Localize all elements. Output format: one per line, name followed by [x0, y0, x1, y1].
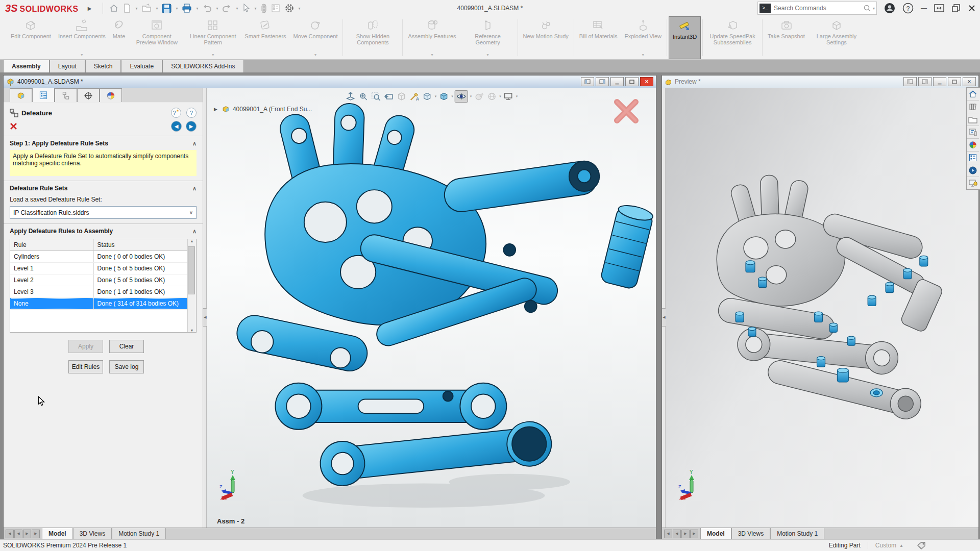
new-document-caret[interactable]: ▾	[135, 6, 137, 11]
ribbon-button-update-speedpak[interactable]: Update SpeedPak Subassemblies	[704, 16, 761, 59]
zoom-to-area-button[interactable]	[358, 91, 369, 102]
whats-new-help-button[interactable]: ?✶	[171, 108, 181, 118]
save-button[interactable]	[160, 2, 173, 15]
ribbon-button-exploded-view[interactable]: Exploded View▾	[621, 16, 665, 59]
column-header-status[interactable]: Status	[94, 239, 188, 251]
undo-button[interactable]	[201, 3, 213, 14]
document-titlebar[interactable]: 40099001_A.SLDASM * ▁ ✕	[4, 76, 656, 88]
move-component-caret[interactable]: ▾	[314, 52, 316, 58]
ribbon-button-take-snapshot[interactable]: Take Snapshot	[764, 16, 808, 59]
select-button[interactable]	[240, 2, 252, 14]
table-row-selected[interactable]: None Done ( 314 of 314 bodies OK)	[10, 298, 188, 310]
taskpane-home-button[interactable]	[967, 88, 979, 101]
apply-scene-caret[interactable]: ▾	[499, 94, 501, 98]
taskpane-design-library-button[interactable]	[967, 101, 979, 113]
tab-feature-manager[interactable]	[10, 88, 32, 102]
ribbon-button-new-motion-study[interactable]: New Motion Study	[520, 16, 572, 59]
home-button[interactable]	[107, 2, 120, 14]
minimize-button[interactable]: —	[921, 5, 927, 12]
breadcrumb-expand-icon[interactable]: ▶	[214, 107, 217, 112]
options-button[interactable]	[283, 2, 296, 15]
tile-left-button[interactable]	[903, 77, 917, 86]
undo-caret[interactable]: ▾	[216, 6, 218, 11]
taskpane-resources-button[interactable]	[967, 177, 979, 189]
print-caret[interactable]: ▾	[196, 6, 198, 11]
ribbon-button-linear-component-pattern[interactable]: Linear Component Pattern▾	[185, 16, 241, 59]
edit-rules-button[interactable]: Edit Rules	[68, 360, 103, 373]
magnified-selection-button[interactable]	[371, 91, 382, 102]
restore-doc-button[interactable]	[625, 77, 639, 86]
preview-viewport[interactable]: Y Z	[666, 88, 978, 528]
search-caret[interactable]: ▾	[873, 6, 875, 11]
tab-layout[interactable]: Layout	[50, 60, 85, 72]
help-button[interactable]: ?	[186, 108, 197, 118]
help-icon[interactable]: ?	[902, 3, 914, 14]
taskpane-forum-button[interactable]	[967, 164, 979, 177]
ribbon-button-move-component[interactable]: Move Component▾	[290, 16, 341, 59]
hide-show-annotations-button[interactable]: A	[409, 91, 420, 102]
save-log-button[interactable]: Save log	[109, 360, 144, 373]
restore-button[interactable]	[951, 4, 961, 13]
status-units-selector[interactable]: Custom ▲	[875, 542, 903, 549]
tile-right-button[interactable]	[918, 77, 932, 86]
view-settings-button[interactable]	[503, 91, 514, 102]
ribbon-button-instant3d[interactable]: Instant3D	[669, 16, 701, 59]
status-tag-icon[interactable]	[917, 541, 926, 549]
new-document-button[interactable]	[121, 2, 133, 14]
tab-configuration-manager[interactable]	[55, 88, 77, 102]
tab-sketch[interactable]: Sketch	[85, 60, 121, 72]
view-settings-caret[interactable]: ▾	[516, 94, 518, 98]
preview-titlebar[interactable]: Preview * ▁ ✕	[662, 76, 978, 88]
tile-left-button[interactable]	[581, 77, 594, 86]
tab-evaluate[interactable]: Evaluate	[121, 60, 162, 72]
tab-assembly[interactable]: Assembly	[3, 60, 50, 72]
select-caret[interactable]: ▾	[254, 6, 256, 11]
hide-show-items-button[interactable]	[455, 90, 468, 103]
tab-3d-views[interactable]: 3D Views	[731, 528, 770, 539]
close-app-button[interactable]	[968, 4, 976, 12]
collapse-caret-icon[interactable]: ∧	[192, 185, 197, 192]
insert-components-caret[interactable]: ▾	[81, 52, 83, 58]
exploded-view-caret[interactable]: ▾	[642, 52, 644, 58]
tab-solidworks-add-ins[interactable]: SOLIDWORKS Add-Ins	[162, 60, 243, 72]
open-button[interactable]	[140, 2, 153, 14]
ribbon-button-large-assembly-settings[interactable]: Large Assembly Settings	[808, 16, 865, 59]
rebuild-button[interactable]	[259, 2, 268, 15]
table-row[interactable]: Level 2 Done ( 5 of 5 bodies OK)	[10, 274, 188, 286]
display-style-button[interactable]	[438, 91, 449, 102]
collapse-caret-icon[interactable]: ∧	[192, 140, 197, 147]
taskpane-appearances-button[interactable]	[967, 139, 979, 152]
restore-preview-button[interactable]	[948, 77, 961, 86]
section-step1-header[interactable]: Step 1: Apply Defeature Rule Sets∧	[10, 140, 197, 147]
save-caret[interactable]: ▾	[176, 6, 178, 11]
tab-display-manager[interactable]	[100, 88, 122, 102]
rule-set-dropdown[interactable]: IP Classification Rule.slddrs ∨	[10, 206, 197, 219]
close-doc-button[interactable]: ✕	[640, 77, 653, 86]
scroll-down-icon[interactable]: ▼	[190, 329, 194, 332]
taskpane-view-palette-button[interactable]	[967, 126, 979, 139]
linear-component-pattern-caret[interactable]: ▾	[212, 52, 214, 58]
tab-motion-study-1[interactable]: Motion Study 1	[112, 528, 166, 539]
graphics-viewport[interactable]: A ▾ ▾ ▾ ▾ ▾ ▶ 40099001_A (Front En	[207, 88, 656, 528]
minimize-preview-button[interactable]: ▁	[933, 77, 946, 86]
panel-splitter[interactable]: ◀	[203, 88, 207, 528]
tab-motion-study-1[interactable]: Motion Study 1	[770, 528, 824, 539]
taskpane-custom-properties-button[interactable]	[967, 152, 979, 164]
preview-3d-model[interactable]	[666, 88, 978, 528]
edit-appearance-button[interactable]	[473, 91, 484, 102]
ribbon-button-insert-components[interactable]: Insert Components▾	[55, 16, 109, 59]
ribbon-button-show-hidden-components[interactable]: Show Hidden Components	[345, 16, 401, 59]
ribbon-button-assembly-features[interactable]: Assembly Features▾	[404, 16, 459, 59]
column-header-rule[interactable]: Rule	[10, 239, 94, 251]
last-tab-icon[interactable]: ▶	[690, 530, 698, 538]
minimize-doc-button[interactable]: ▁	[610, 77, 624, 86]
menu-expand-arrow-icon[interactable]: ▶	[88, 6, 92, 11]
reference-geometry-caret[interactable]: ▾	[487, 52, 489, 58]
hide-show-items-caret[interactable]: ▾	[470, 94, 472, 98]
prev-tab-icon[interactable]: ◀	[14, 530, 22, 538]
ribbon-button-bill-of-materials[interactable]: Bill of Materials	[576, 16, 621, 59]
assembly-3d-model[interactable]	[207, 88, 656, 528]
view-orientation-button[interactable]	[422, 91, 433, 102]
search-input[interactable]	[773, 4, 863, 12]
redo-caret[interactable]: ▾	[236, 6, 238, 11]
